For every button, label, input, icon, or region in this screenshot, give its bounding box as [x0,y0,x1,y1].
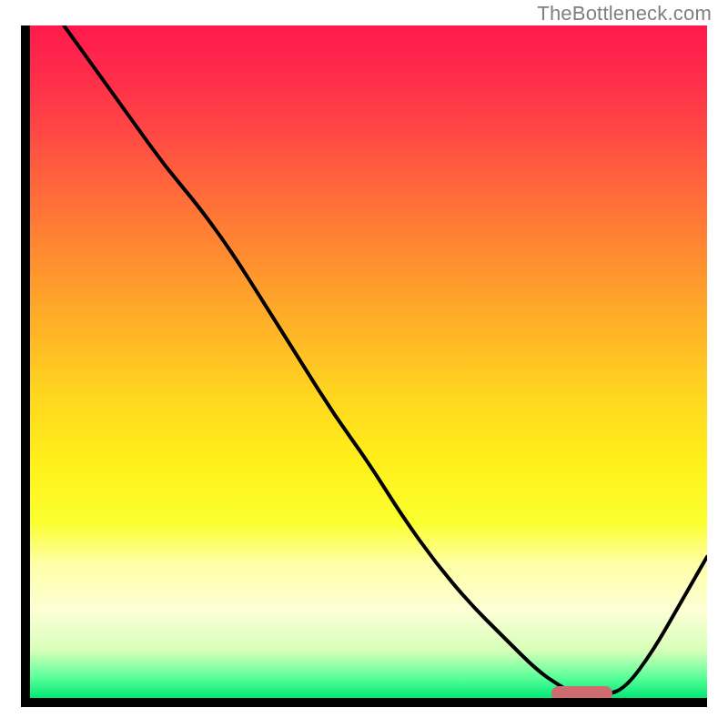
plot-axes [21,25,707,707]
bottleneck-curve [64,25,707,695]
plot-area [30,25,707,698]
curve-svg [30,25,707,698]
minimum-marker [551,686,612,698]
watermark-text: TheBottleneck.com [537,2,712,25]
chart-container: TheBottleneck.com [0,0,728,728]
